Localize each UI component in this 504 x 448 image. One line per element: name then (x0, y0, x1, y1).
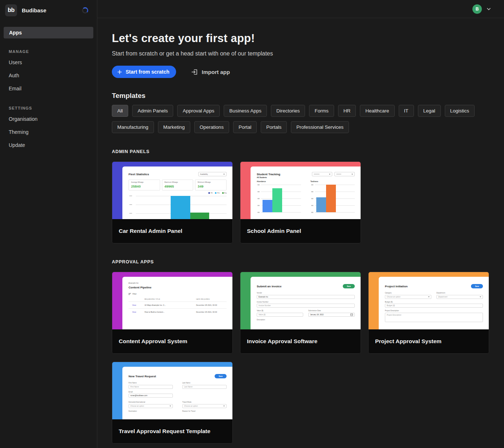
sidebar-item-apps[interactable]: Apps (4, 27, 93, 38)
legend-label: Avg (224, 192, 227, 194)
filter-chip-directories[interactable]: Directories (271, 105, 305, 117)
stat-label: Minimum Mileage (198, 181, 224, 183)
mini-company: Example Inc (129, 282, 227, 284)
template-card-school[interactable]: Student Tracking All Students A (240, 161, 361, 243)
filter-chip-legal[interactable]: Legal (418, 105, 441, 117)
template-card-car-rental[interactable]: Fleet Statistics Availability Average Mi… (112, 161, 233, 243)
template-card-content-approval[interactable]: Example Inc Content Pipeline Filter . (112, 272, 233, 354)
mini-save-button: Save (215, 374, 227, 378)
sidebar-section-manage: MANAGE Users Auth Email (0, 49, 97, 95)
filter-chip-logistics[interactable]: Logistics (445, 105, 475, 117)
template-card-title: Content Approval System (112, 329, 232, 353)
filter-chip-it[interactable]: IT (399, 105, 414, 117)
topbar: B (97, 0, 504, 18)
import-app-label: Import app (202, 69, 230, 75)
view-link: View (129, 311, 145, 313)
mini-field-last-name: Last Name Last Name (182, 382, 227, 389)
mini-field-category: Category Choose an option (385, 292, 431, 299)
field-label: Domestic/International (129, 401, 173, 403)
section-admin-panels: ADMIN PANELS Fleet Statistics Availabili… (112, 149, 489, 243)
mini-availability-dropdown: Availability (198, 172, 227, 176)
row-date: December 28 2021, 00:00 (196, 304, 227, 306)
field-label: Destination (129, 410, 173, 412)
school-preview: Student Tracking All Students A (240, 162, 361, 219)
mini-dropdown (334, 172, 355, 176)
field-label: Last Name (182, 382, 227, 384)
field-label: Category (385, 292, 431, 294)
template-card-title: Travel Approval Request Template (112, 419, 232, 443)
field-placeholder: Invoice Number (259, 305, 271, 307)
legend-swatch (222, 192, 224, 194)
stat-value: 49965 (164, 184, 191, 188)
filter-chip-approval-apps[interactable]: Approval Apps (177, 105, 220, 117)
sidebar-item-update[interactable]: Update (0, 139, 97, 152)
project-approval-preview: Project Initiation Save Category Choose … (369, 272, 489, 329)
templates-heading: Templates (112, 92, 489, 100)
sidebar-item-users[interactable]: Users (0, 56, 97, 69)
column-date-required: DATE REQUIRED (196, 298, 227, 300)
template-card-invoice-approval[interactable]: Submit an invoice Save Vendor Example In… (240, 272, 361, 354)
sidebar-item-auth[interactable]: Auth (0, 69, 97, 82)
start-from-scratch-button[interactable]: Start from scratch (112, 66, 176, 78)
budibase-logo: bb (5, 4, 17, 16)
view-link: View (129, 304, 145, 306)
mini-field-invoice-number: Invoice Number Invoice Number (257, 301, 355, 308)
content-approval-preview: Example Inc Content Pipeline Filter . (112, 272, 232, 329)
filter-chip-operations[interactable]: Operations (194, 121, 229, 133)
filter-chip-portal[interactable]: Portal (233, 121, 257, 133)
legend-item: Max (215, 192, 220, 194)
caret-icon (351, 174, 353, 175)
filter-chip-healthcare[interactable]: Healthcare (360, 105, 394, 117)
filter-chip-hr[interactable]: HR (338, 105, 356, 117)
travel-approval-preview: New Travel Request Save First Name First… (112, 362, 232, 419)
sidebar-item-organisation[interactable]: Organisation (0, 112, 97, 126)
sidebar-section-settings: SETTINGS Organisation Theming Update (0, 106, 97, 152)
mini-field-department: Department Department (436, 292, 483, 299)
chart-title: Attendance (257, 181, 301, 182)
template-card-title: Car Rental Admin Panel (112, 219, 232, 243)
invoice-approval-preview: Submit an invoice Save Vendor Example In… (240, 272, 361, 329)
sidebar-item-theming[interactable]: Theming (0, 126, 97, 139)
chart-bar (326, 185, 336, 212)
template-card-project-approval[interactable]: Project Initiation Save Category Choose … (368, 272, 489, 354)
mini-title: New Travel Request (129, 375, 156, 378)
chart-bar-blue (171, 196, 190, 219)
caret-icon (223, 406, 225, 407)
mini-save-button: Save (471, 284, 483, 288)
field-label: Project Description (385, 310, 483, 312)
sidebar-item-email[interactable]: Email (0, 82, 97, 95)
mini-filter: Filter (129, 293, 227, 295)
filter-chip-portals[interactable]: Portals (261, 121, 287, 133)
filter-chip-marketing[interactable]: Marketing (158, 121, 190, 133)
field-label: Reason for Travel (182, 410, 227, 412)
filter-chip-forms[interactable]: Forms (309, 105, 334, 117)
mini-dropdown (312, 172, 332, 176)
caret-icon (170, 406, 171, 407)
field-placeholder: Value ($) (259, 314, 265, 316)
import-app-button[interactable]: Import app (191, 69, 230, 75)
mini-field-project-description: Project Description Project Description (385, 310, 483, 322)
field-placeholder: Last Name (184, 386, 192, 388)
filter-chip-admin-panels[interactable]: Admin Panels (132, 105, 173, 117)
stat-card: Minimum Mileage 349 (195, 180, 227, 190)
row-title: 10 Ways Example Inc. C... (145, 304, 196, 306)
filter-chip-business-apps[interactable]: Business Apps (224, 105, 267, 117)
filter-chip-all[interactable]: All (112, 105, 128, 117)
filter-label: Filter (133, 293, 137, 295)
budibase-portal: bb Budibase Apps MANAGE Users Auth Email… (0, 0, 504, 448)
user-avatar[interactable]: B (472, 4, 482, 14)
tardiness-chart: Tardiness (310, 181, 355, 213)
template-card-travel-approval[interactable]: New Travel Request Save First Name First… (112, 362, 233, 444)
import-icon (191, 69, 198, 75)
field-label: Travel Mode (182, 401, 227, 403)
mini-table: . REQUESTED TITLE DATE REQUIRED View 10 … (129, 297, 227, 315)
select-value: Department (438, 296, 447, 298)
filter-chip-professional-services[interactable]: Professional Services (291, 121, 349, 133)
filter-chip-manufacturing[interactable]: Manufacturing (112, 121, 154, 133)
project-mini-app: Project Initiation Save Category Choose … (379, 277, 489, 329)
mini-dropdown-value: Availability (200, 173, 208, 175)
field-label: Email (129, 391, 173, 393)
chart-bar-green (190, 213, 209, 219)
invoice-mini-app: Submit an invoice Save Vendor Example In… (251, 277, 361, 329)
chevron-down-icon[interactable] (486, 6, 492, 12)
